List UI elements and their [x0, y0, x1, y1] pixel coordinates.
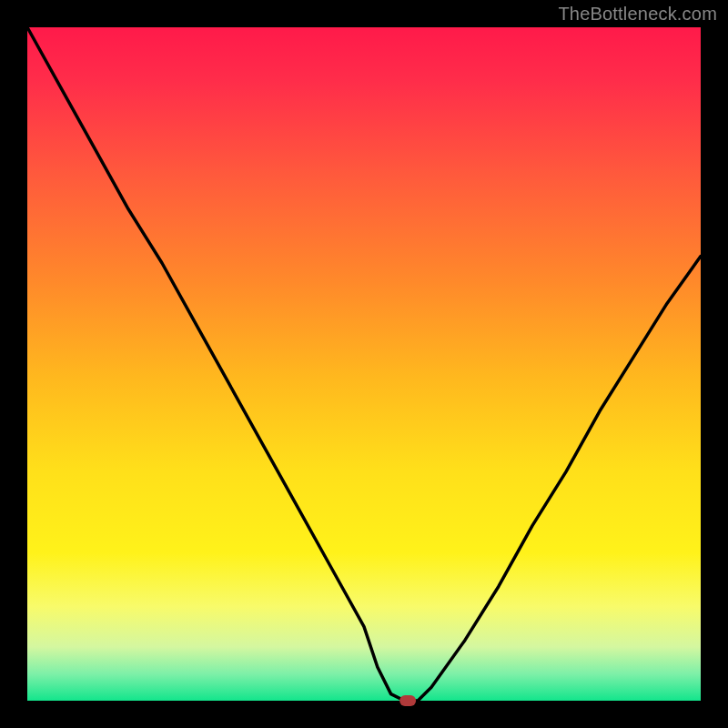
bottleneck-chart [0, 0, 728, 728]
optimum-marker [399, 695, 416, 706]
watermark-text: TheBottleneck.com [558, 4, 717, 25]
plot-background [27, 27, 701, 701]
chart-frame: TheBottleneck.com [0, 0, 728, 728]
